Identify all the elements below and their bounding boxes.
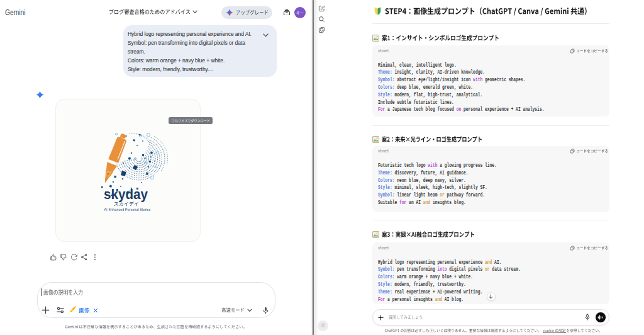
svg-text:skyday: skyday (104, 187, 148, 202)
